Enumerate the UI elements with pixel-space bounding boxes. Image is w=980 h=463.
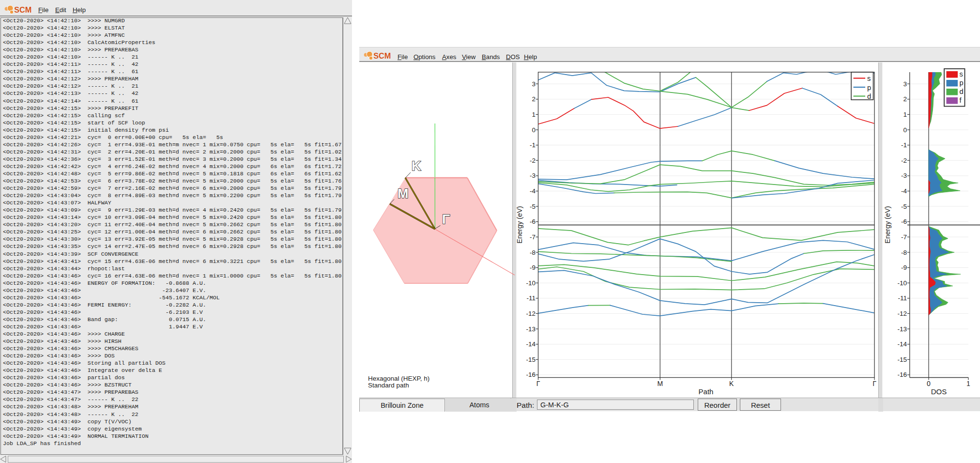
svg-text:Γ: Γ — [536, 380, 540, 387]
svg-text:-9: -9 — [530, 264, 536, 271]
svg-text:0: 0 — [532, 126, 536, 134]
svg-text:-11: -11 — [526, 294, 536, 302]
svg-text:Standard path: Standard path — [368, 382, 409, 389]
svg-text:1: 1 — [966, 380, 970, 387]
svg-text:3: 3 — [903, 80, 907, 88]
svg-text:Γ: Γ — [442, 212, 450, 227]
svg-text:-15: -15 — [526, 356, 536, 363]
svg-text:1: 1 — [532, 111, 536, 118]
svg-text:-2: -2 — [530, 157, 536, 164]
svg-text:-15: -15 — [897, 356, 907, 363]
svg-text:-4: -4 — [530, 187, 536, 195]
svg-text:-14: -14 — [526, 340, 536, 348]
svg-text:-13: -13 — [897, 325, 907, 333]
svg-text:s: s — [960, 70, 963, 78]
svg-text:DOS: DOS — [931, 387, 947, 396]
svg-text:-13: -13 — [526, 325, 536, 333]
svg-text:-1: -1 — [530, 141, 536, 149]
svg-text:2: 2 — [903, 95, 907, 103]
svg-text:-5: -5 — [530, 203, 536, 210]
svg-text:-5: -5 — [901, 203, 907, 210]
svg-text:-3: -3 — [530, 172, 536, 179]
svg-text:p: p — [960, 79, 964, 87]
svg-text:-3: -3 — [901, 172, 907, 179]
svg-text:p: p — [867, 84, 871, 92]
svg-text:Energy (eV): Energy (eV) — [884, 206, 891, 243]
svg-text:-16: -16 — [526, 371, 536, 378]
svg-text:-8: -8 — [530, 249, 536, 256]
svg-text:0: 0 — [903, 126, 907, 134]
svg-text:-7: -7 — [530, 233, 536, 241]
svg-text:-9: -9 — [901, 264, 907, 271]
svg-text:-8: -8 — [901, 249, 907, 256]
svg-text:1: 1 — [903, 111, 907, 118]
svg-text:-16: -16 — [897, 371, 907, 378]
svg-text:0: 0 — [927, 380, 931, 387]
svg-text:-12: -12 — [897, 310, 907, 317]
svg-text:-2: -2 — [901, 157, 907, 164]
svg-text:3: 3 — [532, 80, 536, 88]
svg-text:-1: -1 — [901, 141, 907, 149]
svg-text:2: 2 — [532, 95, 536, 103]
svg-text:-6: -6 — [901, 218, 907, 225]
svg-text:M: M — [657, 380, 663, 387]
svg-text:Path: Path — [699, 387, 714, 396]
svg-text:Γ: Γ — [873, 380, 876, 387]
svg-text:-10: -10 — [526, 279, 536, 287]
svg-text:Hexagonal (HEXP, h): Hexagonal (HEXP, h) — [368, 375, 429, 382]
svg-text:-12: -12 — [526, 310, 536, 317]
svg-text:-10: -10 — [897, 279, 907, 287]
svg-text:d: d — [867, 93, 871, 100]
svg-text:K: K — [729, 380, 734, 387]
svg-text:K: K — [412, 159, 421, 173]
svg-text:-7: -7 — [901, 233, 907, 241]
svg-text:-11: -11 — [898, 294, 907, 302]
svg-text:d: d — [960, 88, 964, 95]
svg-text:-6: -6 — [530, 218, 536, 225]
svg-text:s: s — [867, 75, 871, 82]
svg-text:M: M — [398, 186, 409, 201]
svg-text:-14: -14 — [897, 340, 907, 348]
svg-text:Energy (eV): Energy (eV) — [516, 206, 523, 243]
svg-text:-4: -4 — [901, 187, 907, 195]
